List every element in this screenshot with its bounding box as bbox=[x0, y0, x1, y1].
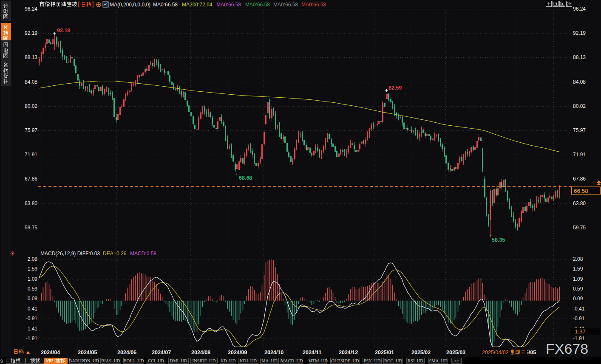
svg-text:92.19: 92.19 bbox=[573, 30, 586, 36]
svg-text:0.59: 0.59 bbox=[28, 286, 38, 292]
svg-text:-1.91: -1.91 bbox=[26, 336, 38, 341]
svg-text:-0.91: -0.91 bbox=[26, 316, 38, 322]
svg-text:88.13: 88.13 bbox=[573, 54, 586, 60]
svg-text:MACD_UD: MACD_UD bbox=[281, 358, 303, 363]
svg-text:63.80: 63.80 bbox=[25, 200, 37, 206]
svg-text:-0.41: -0.41 bbox=[573, 306, 585, 312]
svg-text:82.59: 82.59 bbox=[388, 85, 402, 91]
svg-text:2.08: 2.08 bbox=[28, 256, 38, 262]
svg-text:2024/07: 2024/07 bbox=[152, 350, 171, 356]
svg-text:58.35: 58.35 bbox=[492, 237, 505, 243]
svg-text:BIAS_UD: BIAS_UD bbox=[101, 358, 120, 363]
svg-text:RSI_UD: RSI_UD bbox=[408, 358, 423, 363]
svg-text:88.13: 88.13 bbox=[25, 54, 37, 60]
svg-text:2025/02: 2025/02 bbox=[411, 350, 431, 356]
svg-text:MA200:72.04: MA200:72.04 bbox=[182, 2, 213, 8]
svg-text:2024/09: 2024/09 bbox=[228, 350, 247, 356]
svg-text:MTM_UD: MTM_UD bbox=[308, 358, 328, 363]
svg-text:-0.41: -0.41 bbox=[26, 306, 38, 312]
svg-text:66.58: 66.58 bbox=[574, 188, 588, 194]
svg-text:KD_UD: KD_UD bbox=[221, 358, 236, 363]
svg-text:59.75: 59.75 bbox=[25, 225, 37, 231]
svg-text:2.08: 2.08 bbox=[573, 256, 583, 262]
svg-text:2024/12: 2024/12 bbox=[339, 350, 358, 356]
svg-text:2024/10: 2024/10 bbox=[264, 350, 283, 356]
svg-text:0.59: 0.59 bbox=[573, 286, 583, 292]
svg-text:2024/11: 2024/11 bbox=[303, 350, 322, 356]
svg-text:VIP: VIP bbox=[46, 358, 53, 363]
svg-text:1.09: 1.09 bbox=[28, 276, 38, 282]
svg-text:FX678: FX678 bbox=[546, 341, 588, 357]
svg-text:K: K bbox=[4, 25, 8, 31]
svg-text:80.02: 80.02 bbox=[573, 103, 586, 109]
svg-text:INSIDE_UD: INSIDE_UD bbox=[193, 358, 216, 363]
svg-text:MA0:66.58: MA0:66.58 bbox=[245, 2, 270, 8]
svg-text:84.08: 84.08 bbox=[25, 79, 37, 85]
svg-text:BARUPDN_UD: BARUPDN_UD bbox=[69, 358, 99, 363]
svg-text:63.80: 63.80 bbox=[573, 200, 586, 206]
svg-text:2025/01: 2025/01 bbox=[375, 350, 394, 356]
svg-text:MA0:66.58: MA0:66.58 bbox=[273, 2, 298, 8]
svg-text:71.91: 71.91 bbox=[573, 152, 586, 158]
svg-text:92.18: 92.18 bbox=[57, 28, 70, 34]
svg-text:59.75: 59.75 bbox=[573, 225, 586, 231]
svg-text:96.24: 96.24 bbox=[25, 6, 37, 12]
svg-text:KDJ_UD: KDJ_UD bbox=[240, 358, 257, 363]
svg-text:MA0:66.58: MA0:66.58 bbox=[216, 2, 241, 8]
svg-text:2024/08: 2024/08 bbox=[191, 350, 210, 356]
svg-text:1.59: 1.59 bbox=[573, 266, 583, 272]
svg-text:DEA:-0.26: DEA:-0.26 bbox=[103, 251, 127, 257]
svg-text:75.97: 75.97 bbox=[573, 127, 586, 133]
svg-text:DMI_UD: DMI_UD bbox=[170, 358, 187, 363]
svg-text:MACD:0.58: MACD:0.58 bbox=[130, 251, 156, 257]
svg-text:-0.91: -0.91 bbox=[573, 316, 585, 322]
svg-text:71.91: 71.91 bbox=[25, 152, 37, 158]
svg-text:67.86: 67.86 bbox=[573, 176, 586, 182]
svg-text:84.08: 84.08 bbox=[573, 79, 586, 85]
svg-text:MA(0,200,0,0,0,0): MA(0,200,0,0,0,0) bbox=[110, 2, 150, 8]
svg-text:BOLL_UD: BOLL_UD bbox=[124, 358, 144, 363]
svg-text:ROC_UD: ROC_UD bbox=[384, 358, 402, 363]
svg-text:1.09: 1.09 bbox=[573, 276, 583, 282]
svg-text:>>: >> bbox=[454, 358, 459, 363]
svg-text:MA0:66.58: MA0:66.58 bbox=[153, 2, 178, 8]
svg-text:PSY_UD: PSY_UD bbox=[364, 358, 381, 363]
svg-text:2024/05: 2024/05 bbox=[78, 350, 97, 356]
svg-text:92.19: 92.19 bbox=[25, 30, 37, 36]
svg-text:-1.37: -1.37 bbox=[573, 328, 586, 335]
svg-text:2024/04: 2024/04 bbox=[41, 350, 60, 356]
svg-text:1.59: 1.59 bbox=[28, 266, 38, 272]
svg-text:2025/03: 2025/03 bbox=[446, 350, 465, 356]
svg-text:68.68: 68.68 bbox=[239, 175, 252, 181]
svg-text:96.24: 96.24 bbox=[573, 6, 586, 12]
svg-text:OUTSIDE_UD: OUTSIDE_UD bbox=[331, 358, 359, 363]
svg-text:MA_UD: MA_UD bbox=[261, 358, 278, 363]
svg-text:SMA_UD: SMA_UD bbox=[429, 358, 448, 363]
svg-text:MACD(26,12,9) DIFF:0.03: MACD(26,12,9) DIFF:0.03 bbox=[40, 251, 100, 257]
svg-text:2024/06: 2024/06 bbox=[117, 350, 136, 356]
svg-text:75.97: 75.97 bbox=[25, 127, 37, 133]
svg-text:80.02: 80.02 bbox=[25, 103, 37, 109]
svg-text:CCI_UD: CCI_UD bbox=[148, 358, 164, 363]
svg-text:0.09: 0.09 bbox=[573, 296, 583, 302]
svg-text:0.09: 0.09 bbox=[28, 296, 38, 302]
svg-text:-1.41: -1.41 bbox=[26, 326, 38, 332]
svg-text:2025/04/02: 2025/04/02 bbox=[482, 350, 509, 356]
svg-text:MA0:66.58: MA0:66.58 bbox=[301, 2, 326, 8]
svg-text:67.86: 67.86 bbox=[25, 176, 37, 182]
